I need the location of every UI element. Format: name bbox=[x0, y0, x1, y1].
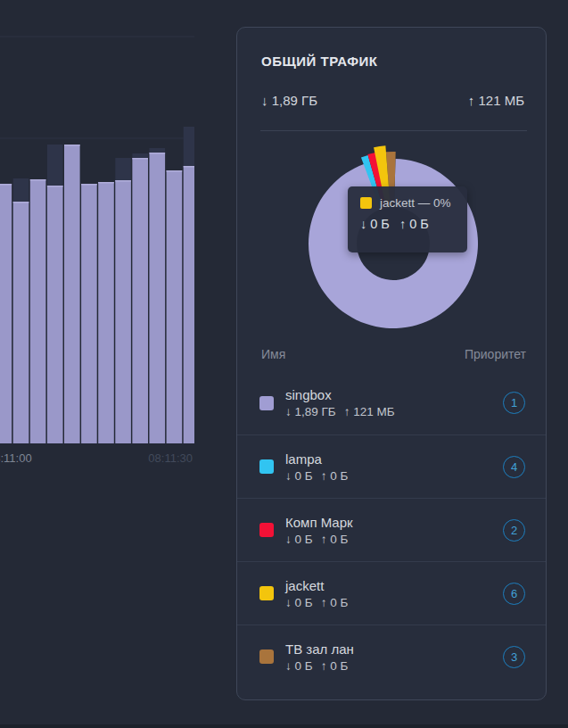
priority-badge[interactable]: 2 bbox=[503, 519, 525, 542]
name-column-header: Имя bbox=[261, 347, 285, 361]
device-color-swatch bbox=[259, 523, 274, 537]
x-axis-tick-label-faded: 08:11:30 bbox=[148, 451, 193, 465]
priority-badge[interactable]: 6 bbox=[503, 583, 525, 605]
chart-tooltip: jackett — 0% ↓ 0 Б↑ 0 Б bbox=[348, 186, 467, 252]
device-name: Комп Марк bbox=[285, 515, 356, 530]
device-list-header: Имя Приоритет bbox=[261, 347, 526, 361]
total-traffic-card: ОБЩИЙ ТРАФИК ↓ 1,89 ГБ ↑ 121 МБ jackett … bbox=[236, 27, 547, 700]
device-color-swatch bbox=[259, 396, 274, 410]
traffic-totals: ↓ 1,89 ГБ ↑ 121 МБ bbox=[261, 93, 524, 108]
device-row-jackett[interactable]: jackett ↓ 0 Б↑ 0 Б 6 bbox=[237, 561, 546, 625]
divider bbox=[260, 130, 527, 131]
total-download: ↓ 1,89 ГБ bbox=[261, 93, 317, 108]
tooltip-values: ↓ 0 Б↑ 0 Б bbox=[360, 217, 467, 231]
device-row-komp-mark[interactable]: Комп Марк ↓ 0 Б↑ 0 Б 2 bbox=[237, 498, 546, 561]
card-title: ОБЩИЙ ТРАФИК bbox=[261, 54, 378, 69]
device-traffic-stats: ↓ 0 Б↑ 0 Б bbox=[285, 469, 356, 483]
device-name: ТВ зал лан bbox=[285, 641, 356, 657]
device-name: jackett bbox=[285, 578, 356, 593]
bottom-edge-strip bbox=[0, 724, 568, 728]
priority-column-header: Приоритет bbox=[465, 347, 526, 361]
device-row-lampa[interactable]: lampa ↓ 0 Б↑ 0 Б 4 bbox=[237, 434, 546, 498]
device-traffic-stats: ↓ 0 Б↑ 0 Б bbox=[285, 533, 356, 546]
device-color-swatch bbox=[259, 649, 274, 664]
tooltip-label: jackett — 0% bbox=[380, 196, 451, 210]
device-traffic-stats: ↓ 1,89 ГБ↑ 121 МБ bbox=[285, 405, 403, 418]
priority-badge[interactable]: 3 bbox=[503, 646, 525, 668]
device-name: lampa bbox=[285, 451, 356, 467]
device-color-swatch bbox=[259, 459, 274, 474]
tooltip-upload: ↑ 0 Б bbox=[399, 217, 429, 231]
tooltip-color-swatch bbox=[360, 197, 372, 209]
device-row-singbox[interactable]: singbox ↓ 1,89 ГБ↑ 121 МБ 1 bbox=[237, 371, 546, 434]
x-axis-tick-label: 08:11:00 bbox=[0, 451, 32, 465]
device-color-swatch bbox=[259, 586, 274, 600]
device-row-tv-zal-lan[interactable]: ТВ зал лан ↓ 0 Б↑ 0 Б 3 bbox=[237, 625, 546, 688]
device-traffic-stats: ↓ 0 Б↑ 0 Б bbox=[285, 659, 356, 673]
priority-badge[interactable]: 1 bbox=[503, 392, 525, 414]
traffic-bars-canvas bbox=[0, 0, 205, 482]
traffic-history-chart[interactable]: 08:11:00 08:11:30 bbox=[0, 0, 205, 482]
priority-badge[interactable]: 4 bbox=[503, 456, 525, 478]
device-name: singbox bbox=[285, 387, 403, 402]
device-traffic-stats: ↓ 0 Б↑ 0 Б bbox=[285, 596, 356, 609]
tooltip-download: ↓ 0 Б bbox=[360, 217, 390, 231]
total-upload: ↑ 121 МБ bbox=[468, 93, 524, 108]
device-list: singbox ↓ 1,89 ГБ↑ 121 МБ 1 lampa ↓ 0 Б↑… bbox=[237, 371, 546, 688]
